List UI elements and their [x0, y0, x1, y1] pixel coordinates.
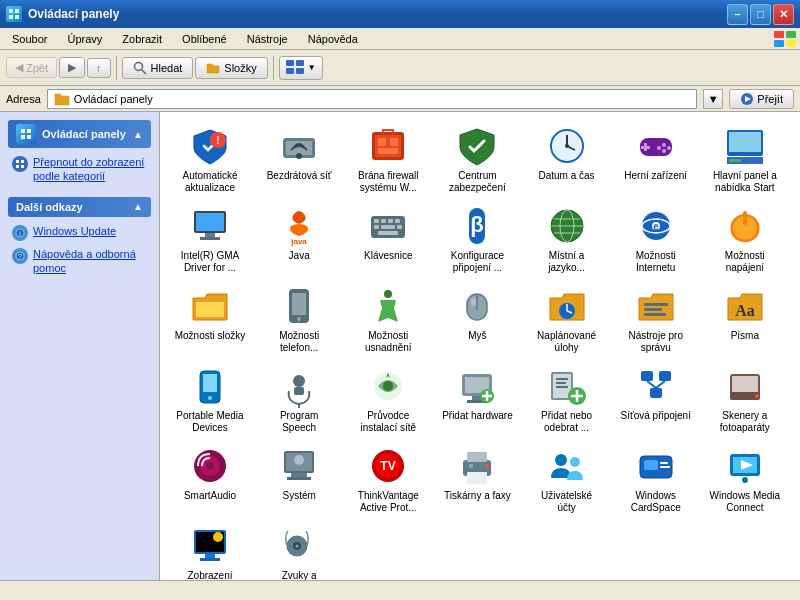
icon-img-moznosti-slozky: [190, 286, 230, 326]
icon-item-klavesnice[interactable]: Klávesnice: [348, 202, 428, 278]
icon-img-system: [279, 446, 319, 486]
icon-item-herni-zarizeni[interactable]: Herní zařízení: [616, 122, 696, 198]
icon-item-windows-media-connect[interactable]: Windows Media Connect: [705, 442, 785, 518]
links-collapse-icon[interactable]: ▲: [133, 201, 143, 212]
svg-point-143: [485, 464, 489, 468]
icon-item-skenery-fotoaparaty[interactable]: Skenery a fotoaparáty: [705, 362, 785, 438]
icon-item-pisma[interactable]: Aa Písma: [705, 282, 785, 358]
icon-item-moznosti-usnadneni[interactable]: Možnosti usnadnění: [348, 282, 428, 358]
icon-item-centrum-zabezpeceni[interactable]: Centrum zabezpečení: [437, 122, 517, 198]
svg-rect-60: [374, 219, 379, 223]
svg-rect-62: [388, 219, 393, 223]
icon-item-automaticke-aktualizace[interactable]: ! Automatické aktualizace: [170, 122, 250, 198]
up-arrow-icon: ↑: [96, 62, 102, 74]
address-dropdown[interactable]: ▼: [703, 89, 723, 109]
icon-item-brana-firewall[interactable]: Brána firewall systému W...: [348, 122, 428, 198]
sidebar-collapse-icon[interactable]: ▲: [133, 129, 143, 140]
icon-item-program-speech[interactable]: Program Speech: [259, 362, 339, 438]
icon-item-moznosti-napajeni[interactable]: Možnosti napájení: [705, 202, 785, 278]
icon-label-intel-gma: Intel(R) GMA Driver for ...: [174, 250, 246, 274]
icon-item-nastroje-pro-spravu[interactable]: Nástroje pro správu: [616, 282, 696, 358]
back-button[interactable]: ◀ Zpět: [6, 57, 57, 78]
icon-item-mistni-a-jazyko[interactable]: Místní a jazyko...: [527, 202, 607, 278]
icon-item-thinkvantage[interactable]: TV ThinkVantage Active Prot...: [348, 442, 428, 518]
icon-item-datum-cas[interactable]: Datum a čas: [527, 122, 607, 198]
icon-item-bezdratova-sit[interactable]: Bezdrátová síť: [259, 122, 339, 198]
icon-item-windows-cardspace[interactable]: Windows CardSpace: [616, 442, 696, 518]
up-button[interactable]: ↑: [87, 58, 111, 78]
icon-item-smart-audio[interactable]: SmartAudio: [170, 442, 250, 518]
icon-label-sitova-pripojeni: Síťová připojení: [620, 410, 690, 422]
folders-button[interactable]: Složky: [195, 57, 267, 79]
icon-label-mistni-a-jazyko: Místní a jazyko...: [531, 250, 603, 274]
svg-rect-157: [200, 558, 220, 561]
icon-label-pisma: Písma: [731, 330, 759, 342]
sidebar-link-windows-update[interactable]: i Windows Update: [8, 221, 151, 244]
menu-edit[interactable]: Úpravy: [59, 31, 110, 47]
icon-img-konfigurace-pripojeni: β: [457, 206, 497, 246]
minimize-button[interactable]: –: [727, 4, 748, 25]
menu-file[interactable]: Soubor: [4, 31, 55, 47]
icons-grid: ! Automatické aktualizace Bezdrátová síť…: [170, 122, 790, 580]
icon-item-konfigurace-pripojeni[interactable]: β Konfigurace připojení ...: [437, 202, 517, 278]
svg-rect-134: [287, 477, 311, 480]
svg-point-127: [755, 394, 759, 398]
search-button[interactable]: Hledat: [122, 57, 194, 79]
view-button[interactable]: ▼: [279, 56, 323, 80]
icon-item-naplanovane-ulohy[interactable]: Naplánované úlohy: [527, 282, 607, 358]
icon-label-moznosti-usnadneni: Možnosti usnadnění: [352, 330, 424, 354]
sidebar-link-help[interactable]: ? Nápověda a odborná pomoc: [8, 244, 151, 279]
back-arrow-icon: ◀: [15, 61, 23, 74]
menu-help[interactable]: Nápověda: [300, 31, 366, 47]
icon-item-intel-gma[interactable]: Intel(R) GMA Driver for ...: [170, 202, 250, 278]
go-button[interactable]: Přejít: [729, 89, 794, 109]
svg-point-145: [570, 457, 580, 467]
icon-item-moznosti-slozky[interactable]: Možnosti složky: [170, 282, 250, 358]
sidebar-switch-link[interactable]: Přepnout do zobrazení podle kategorií: [8, 152, 151, 187]
icon-item-uzivatelske-ucty[interactable]: Uživatelské účty: [527, 442, 607, 518]
icon-item-java[interactable]: java Java: [259, 202, 339, 278]
forward-button[interactable]: ▶: [59, 57, 85, 78]
forward-arrow-icon: ▶: [68, 61, 76, 74]
svg-rect-81: [196, 302, 224, 317]
icon-img-mys: [457, 286, 497, 326]
icon-label-moznosti-napajeni: Možnosti napájení: [709, 250, 781, 274]
maximize-button[interactable]: □: [750, 4, 771, 25]
icon-item-pruvodce-instalaci[interactable]: Průvodce instalací sítě: [348, 362, 428, 438]
icon-item-mys[interactable]: Myš: [437, 282, 517, 358]
svg-text:Aa: Aa: [735, 302, 755, 319]
icon-item-hlavni-panel[interactable]: Hlavní panel a nabídka Start: [705, 122, 785, 198]
svg-rect-93: [644, 308, 662, 311]
icon-item-zobrazeni[interactable]: Zobrazení: [170, 522, 250, 580]
icon-item-pridat-hardware[interactable]: Přidat hardware: [437, 362, 517, 438]
icon-img-klavesnice: [368, 206, 408, 246]
icon-item-zvuky-zvuko[interactable]: Zvuky a zvuko...: [259, 522, 339, 580]
svg-rect-156: [205, 554, 215, 558]
icon-img-pruvodce-instalaci: [368, 366, 408, 406]
svg-rect-149: [660, 466, 670, 468]
icon-item-sitova-pripojeni[interactable]: Síťová připojení: [616, 362, 696, 438]
icon-item-moznosti-internetu[interactable]: e Možnosti Internetu: [616, 202, 696, 278]
icon-label-centrum-zabezpeceni: Centrum zabezpečení: [441, 170, 513, 194]
menu-favorites[interactable]: Oblíbené: [174, 31, 235, 47]
svg-point-99: [293, 375, 305, 387]
close-button[interactable]: ✕: [773, 4, 794, 25]
icon-item-pridat-nebo-odebrat[interactable]: Přidat nebo odebrat ...: [527, 362, 607, 438]
back-label: Zpět: [26, 62, 48, 74]
svg-point-46: [662, 143, 666, 147]
svg-rect-121: [650, 388, 662, 398]
folders-label: Složky: [224, 62, 256, 74]
icon-label-thinkvantage: ThinkVantage Active Prot...: [352, 490, 424, 514]
icon-item-system[interactable]: Systém: [259, 442, 339, 518]
address-field[interactable]: Ovládací panely: [47, 89, 697, 109]
icon-img-bezdratova-sit: [279, 126, 319, 166]
icon-img-tiskarny-faxy: [457, 446, 497, 486]
icon-item-tiskarny-faxy[interactable]: Tiskárny a faxy: [437, 442, 517, 518]
svg-rect-57: [200, 237, 220, 240]
icon-item-portable-media[interactable]: Portable Media Devices: [170, 362, 250, 438]
icon-item-moznosti-telefon[interactable]: Možnosti telefon...: [259, 282, 339, 358]
svg-rect-147: [644, 460, 658, 470]
svg-rect-88: [471, 298, 476, 306]
menu-view[interactable]: Zobrazit: [114, 31, 170, 47]
menu-tools[interactable]: Nástroje: [239, 31, 296, 47]
